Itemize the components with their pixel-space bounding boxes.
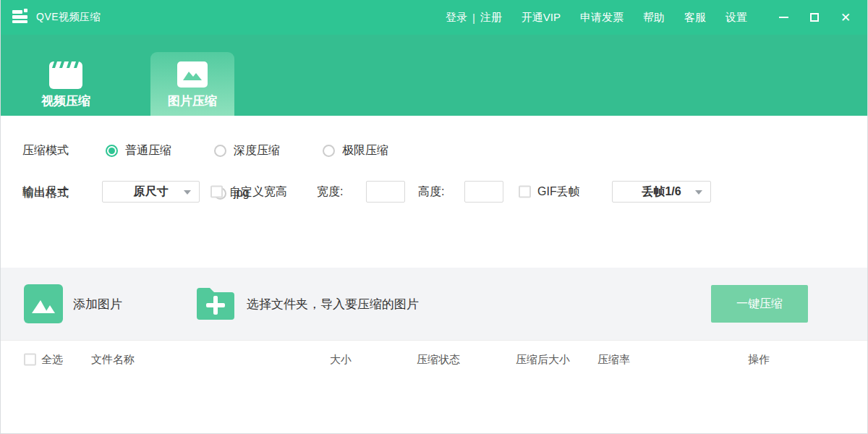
column-compress-status: 压缩状态: [417, 352, 460, 366]
register-link[interactable]: 注册: [480, 11, 502, 25]
checkbox-unchecked-icon: [24, 353, 36, 365]
chevron-down-icon: [184, 190, 191, 195]
gif-dropframe-label: GIF丢帧: [537, 184, 580, 200]
window-controls: ✕: [778, 12, 851, 23]
size-select[interactable]: 原尺寸: [102, 181, 200, 203]
help-link[interactable]: 帮助: [643, 11, 665, 25]
image-icon: [177, 61, 208, 90]
titlebar-menu: 登录 | 注册 开通VIP 申请发票 帮助 客服 设置: [446, 11, 747, 25]
radio-checked-icon: [106, 145, 118, 157]
radio-extreme-label: 极限压缩: [342, 143, 388, 158]
tab-video-compress[interactable]: 视频压缩: [24, 52, 108, 116]
app-title: QVE视频压缩: [36, 11, 101, 24]
checkbox-unchecked-icon: [519, 186, 531, 198]
picture-icon: [30, 293, 56, 315]
radio-unchecked-icon: [214, 145, 226, 157]
app-window: QVE视频压缩 登录 | 注册 开通VIP 申请发票 帮助 客服 设置 ✕: [0, 0, 868, 434]
width-input[interactable]: [366, 181, 405, 203]
dropframe-select[interactable]: 丢帧1/6: [612, 181, 711, 203]
add-images-button[interactable]: [24, 284, 63, 323]
output-size-row: 输出尺寸 原尺寸 自定义宽高 宽度: 高度: GIF丢帧 丢帧1/6: [1, 116, 867, 139]
maximize-icon: [810, 13, 819, 22]
radio-extreme-compress[interactable]: 极限压缩: [323, 143, 431, 158]
vip-link[interactable]: 开通VIP: [522, 11, 561, 25]
column-compressed-size: 压缩后大小: [516, 352, 570, 366]
tab-image-compress[interactable]: 图片压缩: [150, 52, 234, 116]
height-input[interactable]: [464, 181, 503, 203]
action-bar: 添加图片 选择文件夹，导入要压缩的图片 一键压缩: [1, 268, 867, 340]
minimize-button[interactable]: [778, 12, 789, 23]
radio-deep-compress[interactable]: 深度压缩: [214, 143, 323, 158]
radio-normal-compress[interactable]: 普通压缩: [106, 143, 214, 158]
settings-link[interactable]: 设置: [726, 11, 747, 25]
login-link[interactable]: 登录: [446, 11, 467, 25]
select-folder-button[interactable]: [194, 284, 237, 327]
select-folder-label[interactable]: 选择文件夹，导入要压缩的图片: [247, 268, 419, 340]
login-register-divider: |: [472, 12, 475, 24]
settings-panel: 压缩模式 普通压缩 深度压缩 极限压缩 输出格式 原格式 jpg: [1, 116, 867, 268]
output-size-label: 输出尺寸: [22, 184, 69, 200]
brand: QVE视频压缩: [11, 7, 101, 27]
invoice-link[interactable]: 申请发票: [580, 11, 624, 25]
chevron-down-icon: [695, 190, 702, 195]
dropframe-select-value: 丢帧1/6: [642, 184, 681, 200]
maximize-button[interactable]: [809, 12, 820, 23]
custom-size-label: 自定义宽高: [229, 184, 287, 200]
titlebar: QVE视频压缩 登录 | 注册 开通VIP 申请发票 帮助 客服 设置 ✕: [1, 0, 867, 35]
radio-unchecked-icon: [323, 145, 335, 157]
size-select-value: 原尺寸: [134, 184, 169, 200]
file-list-empty: [1, 378, 867, 434]
compression-mode-row: 压缩模式 普通压缩 深度压缩 极限压缩: [22, 139, 431, 162]
compression-mode-label: 压缩模式: [22, 143, 106, 158]
tabbar: 视频压缩 图片压缩: [1, 35, 867, 116]
custom-size-checkbox[interactable]: 自定义宽高: [210, 184, 287, 200]
radio-deep-label: 深度压缩: [234, 143, 280, 158]
auth-group: 登录 | 注册: [446, 11, 502, 25]
column-filename: 文件名称: [91, 352, 135, 366]
height-label: 高度:: [418, 184, 444, 200]
tab-video-label: 视频压缩: [41, 93, 90, 109]
radio-normal-label: 普通压缩: [125, 143, 171, 158]
gif-dropframe-checkbox[interactable]: GIF丢帧: [519, 184, 580, 200]
column-compress-ratio: 压缩率: [597, 352, 630, 366]
checkbox-unchecked-icon: [210, 186, 223, 198]
close-button[interactable]: ✕: [840, 12, 851, 23]
minimize-icon: [779, 17, 788, 18]
column-size: 大小: [330, 352, 352, 366]
app-logo-icon: [11, 7, 30, 27]
one-click-compress-button[interactable]: 一键压缩: [711, 285, 808, 323]
tab-image-label: 图片压缩: [168, 93, 217, 109]
select-all-label: 全选: [41, 352, 63, 366]
column-action: 操作: [748, 352, 770, 366]
file-table-header: 全选 文件名称 大小 压缩状态 压缩后大小 压缩率 操作: [1, 340, 867, 378]
width-label: 宽度:: [317, 184, 343, 200]
select-all-checkbox[interactable]: 全选: [24, 352, 63, 366]
add-images-label[interactable]: 添加图片: [73, 268, 122, 340]
support-link[interactable]: 客服: [684, 11, 706, 25]
film-icon: [49, 61, 82, 92]
folder-plus-icon: [194, 284, 237, 324]
